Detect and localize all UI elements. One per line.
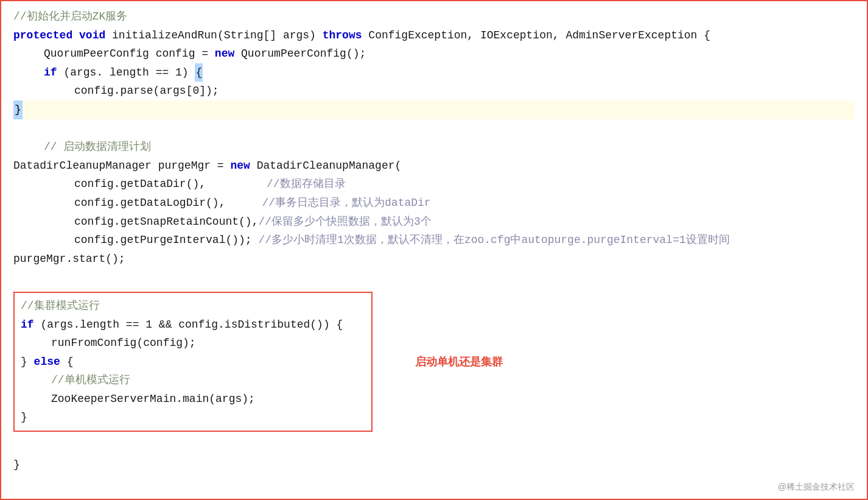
- line-comment-init: //初始化并启动ZK服务: [13, 7, 855, 26]
- keyword-void: void: [79, 26, 112, 45]
- getdatadir-text: config.getDataDir(),: [74, 175, 206, 194]
- comment-purge: //多少小时清理1次数据，默认不清理，在zoo.cfg中autopurge.pu…: [258, 231, 729, 250]
- line-comment-cluster: //集群模式运行: [21, 297, 365, 315]
- final-close-text: }: [13, 456, 20, 474]
- run-from-config-text: runFromConfig(config);: [51, 334, 196, 353]
- line-zookeeper-main: ZooKeeperServerMain.main(args);: [21, 390, 365, 409]
- getpurge-text: config.getPurgeInterval());: [74, 231, 258, 250]
- line-purge-start: purgeMgr.start();: [13, 250, 855, 269]
- line-getdatalogdir: config.getDataLogDir(), //事务日志目录，默认为data…: [13, 194, 855, 213]
- comment-datalogdir: //事务日志目录，默认为dataDir: [225, 194, 430, 213]
- quorum-config-text: QuorumPeerConfig config = new QuorumPeer…: [44, 44, 366, 63]
- comment-snapretain: //保留多少个快照数据，默认为3个: [258, 213, 431, 231]
- method-name: initializeAndRun(String[] args): [112, 26, 323, 45]
- code-container: //初始化并启动ZK服务 protected void initializeAn…: [0, 0, 868, 500]
- line-quorum-config: QuorumPeerConfig config = new QuorumPeer…: [13, 44, 855, 63]
- datadircleanup-text: DatadirCleanupManager purgeMgr = new Dat…: [13, 157, 401, 175]
- line-close-brace: }: [13, 100, 855, 119]
- line-getdatadir: config.getDataDir(), //数据存储目录: [13, 175, 855, 194]
- zookeeper-main-text: ZooKeeperServerMain.main(args);: [51, 390, 255, 409]
- watermark: @稀土掘金技术社区: [778, 482, 855, 493]
- line-datadircleanup: DatadirCleanupManager purgeMgr = new Dat…: [13, 157, 855, 175]
- keyword-throws: throws: [323, 26, 369, 45]
- line-config-parse: config.parse(args[0]);: [13, 82, 855, 100]
- exceptions: ConfigException, IOException, AdminServe…: [368, 26, 710, 45]
- blank-line-1: [13, 119, 855, 138]
- red-box: //集群模式运行 if (args.length == 1 && config.…: [13, 292, 373, 432]
- close-brace-blue: }: [13, 100, 23, 119]
- if-distributed-text: if (args.length == 1 && config.isDistrib…: [21, 315, 343, 334]
- close-redbox-text: }: [21, 408, 27, 427]
- comment-cluster: //集群模式运行: [21, 297, 100, 315]
- comment-init-text: //初始化并启动ZK服务: [13, 7, 127, 26]
- getsnapretain-text: config.getSnapRetainCount(),: [74, 213, 258, 231]
- line-else: } else {: [21, 353, 365, 371]
- annotation-cluster: 启动单机还是集群: [415, 354, 503, 369]
- line-comment-cleanup: // 启动数据清理计划: [13, 138, 855, 157]
- blank-line-3: [13, 437, 855, 456]
- open-brace: {: [195, 63, 203, 82]
- comment-datadir: //数据存储目录: [206, 175, 346, 194]
- keyword-protected: protected: [13, 26, 79, 45]
- line-comment-standalone: //单机模式运行: [21, 371, 365, 390]
- comment-cleanup-text: // 启动数据清理计划: [44, 138, 151, 157]
- comment-standalone: //单机模式运行: [51, 371, 130, 390]
- line-final-close: }: [13, 456, 855, 474]
- line-run-from-config: runFromConfig(config);: [21, 334, 365, 353]
- line-close-redbox: }: [21, 408, 365, 427]
- line-if-distributed: if (args.length == 1 && config.isDistrib…: [21, 315, 365, 334]
- config-parse-text: config.parse(args[0]);: [74, 82, 219, 100]
- line-if-args: if (args. length == 1) {: [13, 63, 855, 82]
- redbox-section: //集群模式运行 if (args.length == 1 && config.…: [13, 287, 855, 437]
- line-getpurge: config.getPurgeInterval()); //多少小时清理1次数据…: [13, 231, 855, 250]
- line-getsnapretain: config.getSnapRetainCount(),//保留多少个快照数据，…: [13, 213, 855, 231]
- line-method-sig: protected void initializeAndRun(String[]…: [13, 26, 855, 45]
- purge-start-text: purgeMgr.start();: [13, 250, 125, 269]
- if-keyword: if (args. length == 1): [44, 63, 195, 82]
- getdatalogdir-text: config.getDataLogDir(),: [74, 194, 225, 213]
- else-text: } else {: [21, 353, 73, 371]
- blank-line-2: [13, 268, 855, 287]
